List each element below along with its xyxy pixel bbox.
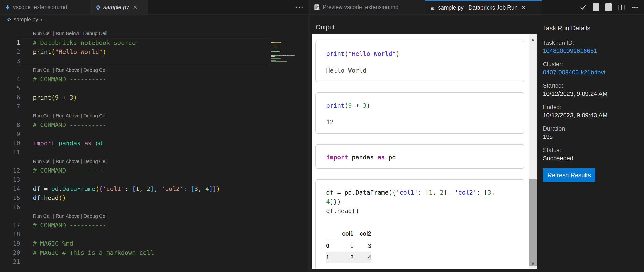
dataframe-table: col1col2013124 — [326, 228, 371, 263]
field-label-cluster: Cluster: — [543, 61, 642, 68]
vscode-window: vscode_extension.mdsample.py× Preview vs… — [0, 0, 644, 272]
tab-sample-py-databricks-job-run[interactable]: sample.py - Databricks Job Run× — [425, 0, 542, 15]
code-line[interactable]: print("Hello World") — [20, 48, 106, 55]
dataframe-value-cell: 1 — [336, 240, 354, 252]
check-button[interactable] — [579, 4, 587, 11]
job-run-output-webview: print("Hello World")Hello Worldprint(9 +… — [312, 34, 537, 269]
codelens-debug-cell[interactable]: Debug Cell — [83, 31, 107, 36]
editor-line: 13 — [0, 175, 309, 184]
minimap-line — [271, 58, 308, 59]
markdown-icon — [5, 5, 10, 10]
line-number: 11 — [0, 149, 20, 156]
breadcrumb-file[interactable]: sample.py — [14, 16, 38, 23]
tab-vscode-extension-md[interactable]: vscode_extension.md — [0, 0, 90, 15]
code-line[interactable]: df.head() — [20, 194, 66, 201]
codelens-run-cell[interactable]: Run Cell — [33, 31, 52, 36]
cell-code-line: df.head() — [326, 207, 514, 216]
line-number: 15 — [0, 195, 20, 201]
field-label-duration: Duration: — [543, 125, 642, 132]
minimap-line — [271, 43, 308, 43]
breadcrumb-more[interactable]: … — [45, 16, 50, 23]
minimap-line — [271, 52, 308, 53]
editor-line: 11 — [0, 148, 309, 157]
codelens-run-above[interactable]: Run Above — [56, 213, 80, 219]
minimap[interactable] — [271, 42, 308, 63]
codelens-run-below[interactable]: Run Below — [56, 31, 79, 36]
line-number: 12 — [0, 167, 20, 174]
scroll-down-icon[interactable]: ▼ — [529, 261, 537, 266]
more-button[interactable] — [631, 4, 639, 11]
editor-line: 6print(9 + 3) — [0, 93, 309, 102]
editor-line: 19# MAGIC %md — [0, 239, 309, 248]
minimap-line — [271, 61, 308, 62]
editor-lines: Run Cell | Run Below | Debug Cell1# Data… — [0, 29, 309, 266]
codelens-run-cell[interactable]: Run Cell — [33, 213, 52, 219]
databricks-job-run-panel: Output print("Hello World")Hello Worldpr… — [309, 15, 644, 272]
code-line[interactable]: # COMMAND ---------- — [20, 121, 106, 128]
code-line[interactable]: df = pd.DataFrame({'col1': [1, 2], 'col2… — [20, 185, 220, 192]
codelens-run-cell[interactable]: Run Cell — [33, 159, 52, 164]
editor-actions-more-icon[interactable] — [296, 0, 303, 15]
code-line[interactable]: # COMMAND ---------- — [20, 76, 106, 83]
line-number: 4 — [0, 76, 20, 83]
editor-line: 18 — [0, 230, 309, 239]
codelens-run-above[interactable]: Run Above — [56, 159, 80, 164]
close-icon[interactable]: × — [133, 4, 137, 11]
line-number: 20 — [0, 249, 20, 256]
tab-label: sample.py - Databricks Job Run — [438, 5, 518, 11]
field-value-cluster[interactable]: 0407-003406-k21b4bvt — [543, 69, 642, 76]
codelens-run-above[interactable]: Run Above — [56, 67, 80, 73]
output-cell: print("Hello World")Hello World — [316, 41, 524, 82]
minimap-line — [271, 53, 308, 53]
field-value-duration: 19s — [543, 133, 642, 141]
minimap-line — [271, 45, 308, 45]
line-number: 18 — [0, 231, 20, 238]
block-button[interactable] — [605, 3, 612, 11]
line-number: 9 — [0, 131, 20, 138]
dataframe-value-cell: 4 — [354, 252, 371, 263]
tab-group-left: vscode_extension.mdsample.py× — [0, 0, 309, 15]
cell-code-line: print(9 + 3) — [326, 101, 514, 110]
refresh-results-button[interactable]: Refresh Results — [543, 168, 596, 182]
codelens-run-cell[interactable]: Run Cell — [33, 113, 52, 119]
codelens-run-above[interactable]: Run Above — [56, 113, 80, 119]
webview-scrollbar[interactable]: ▲ ▼ — [529, 34, 537, 269]
dataframe-value-cell: 2 — [336, 252, 354, 263]
split-editor-button[interactable] — [618, 4, 626, 11]
code-line[interactable]: import pandas as pd — [20, 140, 102, 147]
editor-line: 5 — [0, 84, 309, 93]
editor-tab-bar: vscode_extension.mdsample.py× Preview vs… — [0, 0, 644, 15]
code-line[interactable]: # Databricks notebook source — [20, 39, 136, 46]
breadcrumb: sample.py › … — [0, 15, 309, 24]
codelens-debug-cell[interactable]: Debug Cell — [83, 113, 108, 119]
editor-line: 14df = pd.DataFrame({'col1': [1, 2], 'co… — [0, 184, 309, 193]
output-cell: import pandas as pd — [316, 144, 524, 169]
code-line[interactable]: # COMMAND ---------- — [20, 167, 106, 174]
block-icon — [605, 3, 612, 11]
field-value-task-run-id[interactable]: 1048100092616651 — [543, 47, 642, 54]
tab-preview-vscode-extension-md[interactable]: Preview vscode_extension.md — [309, 0, 425, 15]
codelens-debug-cell[interactable]: Debug Cell — [83, 159, 108, 164]
line-number: 1 — [0, 39, 20, 46]
codelens-debug-cell[interactable]: Debug Cell — [83, 213, 108, 219]
editor-line: 8# COMMAND ---------- — [0, 120, 309, 129]
editor-line: 15df.head() — [0, 193, 309, 202]
tab-sample-py[interactable]: sample.py× — [90, 0, 148, 15]
codelens-row: Run Cell | Run Below | Debug Cell — [0, 29, 309, 38]
close-icon[interactable]: × — [522, 4, 526, 11]
code-line[interactable]: # MAGIC # This is a markdown cell — [20, 249, 154, 256]
codelens-run-cell[interactable]: Run Cell — [33, 67, 52, 73]
code-line[interactable]: # COMMAND ---------- — [20, 222, 106, 229]
scroll-up-icon[interactable]: ▲ — [529, 37, 537, 42]
split-editor-icon — [618, 4, 626, 11]
code-line[interactable]: # MAGIC %md — [20, 240, 73, 247]
codelens-debug-cell[interactable]: Debug Cell — [83, 67, 108, 73]
editor-line: 4# COMMAND ---------- — [0, 75, 309, 84]
dataframe-value-cell: 3 — [354, 240, 371, 252]
scrollbar-thumb[interactable] — [529, 179, 537, 266]
block-button[interactable] — [593, 3, 600, 11]
cell-code-line: print("Hello World") — [326, 49, 514, 59]
line-number: 16 — [0, 204, 20, 210]
code-line[interactable]: print(9 + 3) — [20, 94, 77, 101]
tab-label: sample.py — [103, 4, 129, 11]
